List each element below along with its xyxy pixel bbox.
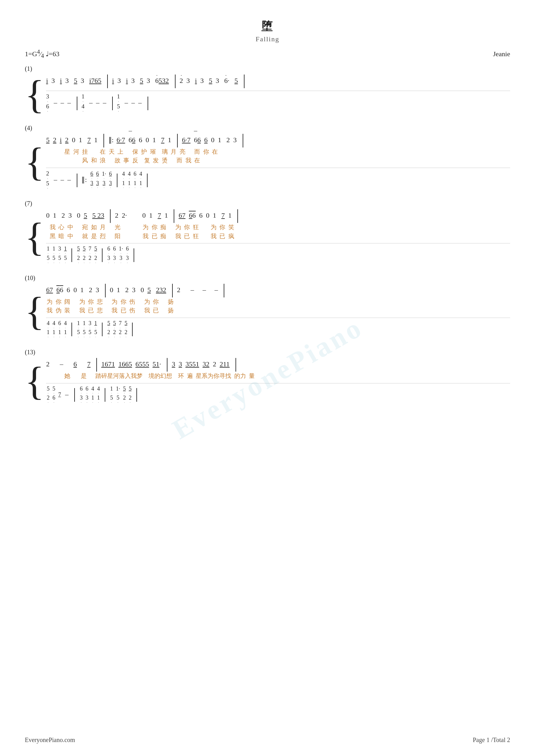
n1-102: 1	[117, 286, 120, 294]
n0-101: 0	[73, 286, 77, 294]
note-0-42: 0	[146, 136, 149, 144]
note-5-2: 5	[140, 77, 143, 84]
staff-col-4: 5 2 i 2 0 1 7 1 ‖: 6·7 66 6 0 1 7	[46, 133, 510, 190]
b7-1: 1·5·	[46, 246, 49, 264]
n2dot-71: 2·	[122, 211, 127, 219]
key-sig: 1=G4⁄4 ♩=63	[25, 50, 59, 58]
b10-2: 4·1·	[52, 320, 55, 339]
bass-4-9: 4·1·	[139, 171, 142, 189]
note-3-5: 3	[131, 77, 135, 84]
note-6-42: 6	[204, 136, 208, 144]
note-3-6: 3	[147, 77, 150, 84]
brace-col-4: {	[25, 133, 44, 190]
brace-col-10: {	[25, 284, 44, 339]
note-5-3: 5	[209, 77, 212, 84]
n1-75: 1	[228, 211, 232, 219]
bass-notation-10: 4·1· 4·1· 6·1· 4·1· 1·5·	[46, 320, 510, 339]
bar-line-b3	[148, 96, 148, 110]
footer-left: EveryonePiano.com	[25, 737, 75, 743]
n6-71: 6	[199, 211, 203, 219]
b7-6: 5·2·	[83, 246, 85, 264]
bass-notation-1: 3·6· – – – 1·4· – – – 1·5· – – –	[46, 94, 510, 113]
bar-13-3	[236, 358, 236, 372]
bass-4-5: 6·3·	[109, 171, 112, 189]
bar-line-2	[175, 74, 176, 88]
bass-staff-7: 1·5· 1·5· 3·5· 1·5· 5·2·	[46, 245, 510, 264]
n2-72: 2	[115, 211, 118, 219]
brace-7: {	[25, 217, 44, 257]
bar-line-b42	[117, 174, 117, 187]
bar-b7-1	[71, 248, 72, 262]
brace-13: {	[25, 361, 44, 401]
b13-1: 5·2·	[46, 386, 49, 404]
n66-101: 66	[56, 286, 63, 294]
n67-101: 67	[46, 286, 53, 294]
staff-col-1: i 3 i 3 5 3 i765 i 3 i 3 5 3 6532	[46, 74, 510, 115]
bass-4-4: 1··3·	[102, 171, 106, 189]
brace-4: {	[25, 142, 44, 182]
bass-notation-13: 5·2· 5·6· 7 – 6·3· 6·3·	[46, 386, 510, 404]
bar-10-3	[224, 284, 224, 297]
note-3-3: 3	[81, 77, 84, 84]
n0-102: 0	[110, 286, 113, 294]
b10-3: 6·1·	[58, 320, 61, 339]
treble-notation-7: 0 1 2 3 0 5 5 23 2 2· 0 1 7 1	[46, 209, 510, 223]
note-5-41: 5	[46, 136, 49, 144]
note-1-41: 1	[79, 136, 82, 144]
bass-4-2: 6·3·	[90, 171, 93, 189]
bar-b7-3	[134, 248, 134, 262]
bar-b10-2	[102, 323, 102, 336]
n66-71: 66	[189, 211, 196, 219]
b7-4: 1·5·	[64, 246, 67, 264]
bar-7-3	[238, 209, 238, 223]
note-i4: i	[126, 77, 128, 84]
bar-b13-3	[136, 388, 137, 402]
note-3-4: 3	[117, 77, 121, 84]
n5-71: 5	[84, 211, 87, 219]
n3-71: 3	[68, 211, 72, 219]
n2-71: 2	[62, 211, 65, 219]
bar-7-1	[110, 209, 111, 223]
note-1-42: 1	[94, 136, 98, 144]
note-i765: i765	[89, 77, 101, 84]
b13-11: 5·2·	[128, 386, 131, 404]
system-13: { 2 – 6 7 1671 1665 6555 51· 3	[25, 358, 510, 404]
lyrics-10-1: 为 你 阔 为 你 悲 为 你 伤 为 你 扬	[46, 297, 510, 307]
system-1: { i 3 i 3 5 3 i765 i 3 i 3	[25, 74, 510, 115]
brace-1: {	[25, 74, 44, 115]
bar-line-b2	[112, 96, 113, 110]
note-0-43: 0	[211, 136, 214, 144]
n7-71: 7	[157, 211, 161, 219]
n1665-131: 1665	[118, 360, 132, 368]
page-title: 堕	[25, 19, 510, 34]
footer-right: Page 1 /Total 2	[473, 737, 510, 743]
note-2-42: 2	[65, 136, 69, 144]
note-i2: i	[60, 77, 62, 84]
bass-notation-4: 2·5· – – – ‖: 6·3· 6·3· 1··3·	[46, 171, 510, 190]
bass-staff-10: 4·1· 4·1· 6·1· 4·1· 1·5·	[46, 319, 510, 339]
bass-note-2: 1·4·	[81, 94, 85, 113]
note-6532: 6532	[155, 77, 169, 84]
bass-staff-1: 3·6· – – – 1·4· – – – 1·5· – – –	[46, 92, 510, 113]
bar-10-2	[172, 284, 173, 297]
bar-13-1	[96, 358, 97, 372]
repeat-start-4: ‖:	[108, 136, 114, 144]
bar-line-43	[243, 134, 243, 148]
n3551-131: 3551	[185, 360, 199, 368]
note-2dot-1: 2	[180, 74, 183, 87]
lyrics-7-1: 我 心 中 宛 如 月 光 为 你 痴 为 你 狂 为 你 笑	[46, 223, 510, 232]
n7-72: 7	[221, 211, 225, 219]
note-i3: i	[112, 77, 114, 84]
note-66-42: 66	[194, 136, 201, 144]
section-4: (4) { 5 2 i 2 0 1 7 1 ‖: 6·7	[25, 124, 510, 190]
note-1-43: 1	[153, 136, 156, 144]
n0-71: 0	[46, 211, 49, 219]
b7-10: 6·3·	[113, 246, 116, 264]
section-7: (7) { 0 1 2 3 0 5 5 23 2 2· 0	[25, 200, 510, 264]
bar-10-1	[105, 284, 106, 297]
lyrics-7-2: 黑 暗 中 就 是 烈 阳 我 已 痴 我 已 狂 我 已 疯	[46, 232, 510, 241]
staff-col-7: 0 1 2 3 0 5 5 23 2 2· 0 1 7 1	[46, 209, 510, 264]
bass-note-1: 3·6·	[46, 94, 49, 113]
n1-74: 1	[213, 211, 216, 219]
n7-131: 7	[87, 360, 90, 368]
